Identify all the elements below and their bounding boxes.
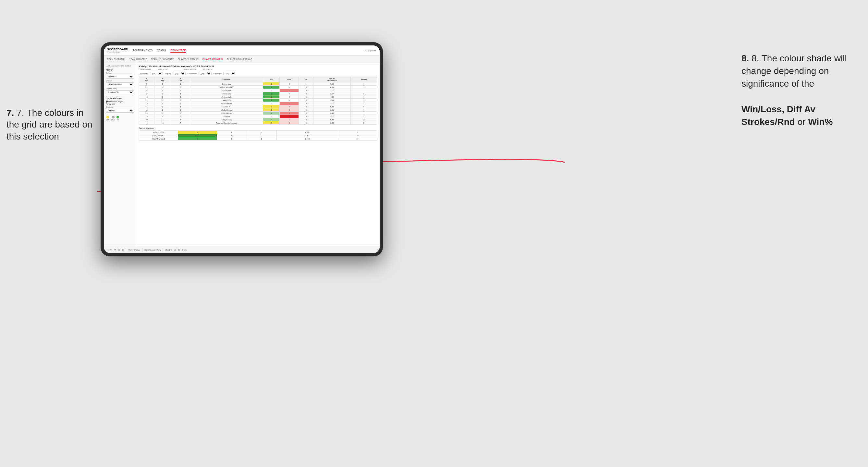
toolbar-redo-btn[interactable]: ↪ xyxy=(110,249,112,251)
cell-win: 0 xyxy=(263,89,280,92)
sidebar-division-label: Division xyxy=(106,80,134,82)
sidebar-radio-played[interactable]: Opponents Played xyxy=(106,101,134,102)
filter-conference-select[interactable]: (All) xyxy=(198,72,212,75)
annotation-left-number: 7. xyxy=(6,108,14,118)
cell-diff: -1.00 xyxy=(313,89,350,92)
nav-sign-out[interactable]: Sign out xyxy=(368,49,376,52)
annotation-left: 7. 7. The colours in the grid are based … xyxy=(6,107,97,143)
toolbar-icon2[interactable]: ⊠ xyxy=(178,249,180,251)
cell-div: 10 xyxy=(139,95,154,99)
cell-loss: 0 xyxy=(280,92,299,95)
cell-diff: 1.25 xyxy=(313,108,350,112)
filter-region-select[interactable]: (All) xyxy=(173,72,186,75)
cell-tie: 0 xyxy=(299,108,313,112)
filter-conference-label: Conference xyxy=(188,73,197,75)
cell-tie: 0 xyxy=(299,115,313,118)
cell-rounds: 3 xyxy=(351,99,377,102)
cell-win: 1 xyxy=(263,86,280,89)
cell-opponent: Andrea York xyxy=(190,95,263,99)
toolbar-divider2 xyxy=(142,248,143,252)
cell-reg: 6 xyxy=(154,95,171,99)
cell-reg: 1 xyxy=(154,102,171,105)
table-row: 16 1 1 Jessica Mason 1 2 0 -0.94 xyxy=(139,112,377,115)
cell-reg: 1 xyxy=(154,92,171,95)
cell-win: 1 xyxy=(178,131,217,134)
col-diff: Diff AvStrokes/Rnd xyxy=(313,77,350,83)
cell-diff: 0.30 xyxy=(313,118,350,121)
sidebar-radio-top100[interactable]: Top 100 xyxy=(106,103,134,105)
toolbar-history-btn[interactable]: ⟳ xyxy=(114,249,116,251)
toolbar-share[interactable]: Share xyxy=(182,249,187,251)
cell-diff: -0.94 xyxy=(313,112,350,115)
filter-row: Opponents: (All) Region (All) Conference… xyxy=(139,72,377,75)
cell-rounds: 2 xyxy=(351,115,377,118)
toolbar-watch[interactable]: Watch ▾ xyxy=(165,249,172,251)
annotation-or: or xyxy=(798,117,806,127)
cell-loss: 3 xyxy=(280,115,299,118)
sidebar-colour-by-select[interactable]: Win/loss xyxy=(106,109,134,113)
cell-div: 9 xyxy=(139,92,154,95)
table-row: 15 8 5 Stella Cheng 1 1 0 1.25 4 xyxy=(139,108,377,112)
cell-reg: 1 xyxy=(154,112,171,115)
legend-up: Up xyxy=(117,116,119,121)
cell-reg: 1 xyxy=(154,99,171,102)
nav-committee[interactable]: COMMITTEE xyxy=(170,48,186,53)
sidebar-gender-select[interactable]: Women's xyxy=(106,75,134,79)
cell-win: 0 xyxy=(263,102,280,105)
cell-diff: 4.00 xyxy=(313,86,350,89)
grid-title: Katelyn Vo Head-to-Head Grid for Women's… xyxy=(139,65,377,68)
cell-div: 13 xyxy=(139,102,154,105)
col-rounds: Rounds xyxy=(351,77,377,83)
toolbar-icon1[interactable]: ⊡ xyxy=(174,249,176,251)
overall-record-label: Overall Record: xyxy=(139,68,151,70)
nav-teams[interactable]: TEAMS xyxy=(157,48,166,53)
legend-dot-down xyxy=(106,116,109,119)
subnav-player-h2h-grid[interactable]: PLAYER H2H GRID xyxy=(203,57,223,61)
col-div: #Div xyxy=(139,77,154,83)
filter-opponent-select[interactable]: (All) xyxy=(223,72,236,75)
cell-group: NAIA Division 1 xyxy=(139,134,178,137)
cell-diff: 3.33 xyxy=(313,99,350,102)
cell-opponent: Eunice Yi xyxy=(190,105,263,108)
cell-diff: -5.00 xyxy=(313,115,350,118)
cell-conf: 3 xyxy=(171,89,190,92)
nav-items: TOURNAMENTS TEAMS COMMITTEE xyxy=(133,48,365,53)
subnav-player-h2h-heatmap[interactable]: PLAYER H2H HEATMAP xyxy=(227,57,252,61)
sidebar-player-rank-select[interactable]: 8. Katelyn Vo xyxy=(106,90,134,94)
subnav-team-h2h-heatmap[interactable]: TEAM H2H HEATMAP xyxy=(151,57,174,61)
cell-opponent: Sharon Mun xyxy=(190,92,263,95)
col-loss: Loss xyxy=(280,77,299,83)
cell-tie: 0 xyxy=(299,89,313,92)
cell-tie: 0 xyxy=(247,131,276,134)
nav-arrow-icon: › xyxy=(365,49,366,52)
toolbar-undo-btn[interactable]: ↩ xyxy=(106,249,108,251)
toolbar-clock-btn[interactable]: ◷ xyxy=(122,249,124,251)
table-row: Foreign Team 1 0 0 4.500 2 xyxy=(139,131,377,134)
cell-tie: 0 xyxy=(299,95,313,99)
main-table: #Div #Reg #Conf Opponent Win Loss Tie Di… xyxy=(139,76,377,125)
sidebar-player-title: Player xyxy=(106,69,134,71)
nav-tournaments[interactable]: TOURNAMENTS xyxy=(133,48,153,53)
cell-loss: 0 xyxy=(280,83,299,86)
cell-tie: 0 xyxy=(299,105,313,108)
toolbar-view-original[interactable]: View: Original xyxy=(128,249,140,251)
subnav-team-summary[interactable]: TEAM SUMMARY xyxy=(107,57,126,61)
cell-conf: 2 xyxy=(171,86,190,89)
sidebar-timestamp: Last Updated: 27/03/2024 16:55:38 xyxy=(106,65,134,67)
cell-div: 3 xyxy=(139,83,154,86)
toolbar-divider xyxy=(126,248,126,252)
toolbar-grid-btn[interactable]: ⊞ xyxy=(118,249,120,251)
toolbar-save-custom[interactable]: Save Custom View xyxy=(145,249,161,251)
filter-opponents-select[interactable]: (All) xyxy=(150,72,163,75)
cell-tie: 0 xyxy=(299,112,313,115)
table-row: NAIA Division 1 15 0 0 9.267 30 xyxy=(139,134,377,137)
subnav-team-h2h-grid[interactable]: TEAM H2H GRID xyxy=(129,57,147,61)
cell-conf: 2 xyxy=(171,115,190,118)
subnav-player-summary[interactable]: PLAYER SUMMARY xyxy=(178,57,198,61)
tablet-screen: SCOREBOARD Powered by clippd TOURNAMENTS… xyxy=(104,45,380,253)
cell-win: 0 xyxy=(263,115,280,118)
logo: SCOREBOARD Powered by clippd xyxy=(107,48,133,53)
sidebar: Last Updated: 27/03/2024 16:55:38 Player… xyxy=(104,63,136,246)
sidebar-division-select[interactable]: NCAA Division III xyxy=(106,83,134,86)
cell-loss: 2 xyxy=(280,105,299,108)
